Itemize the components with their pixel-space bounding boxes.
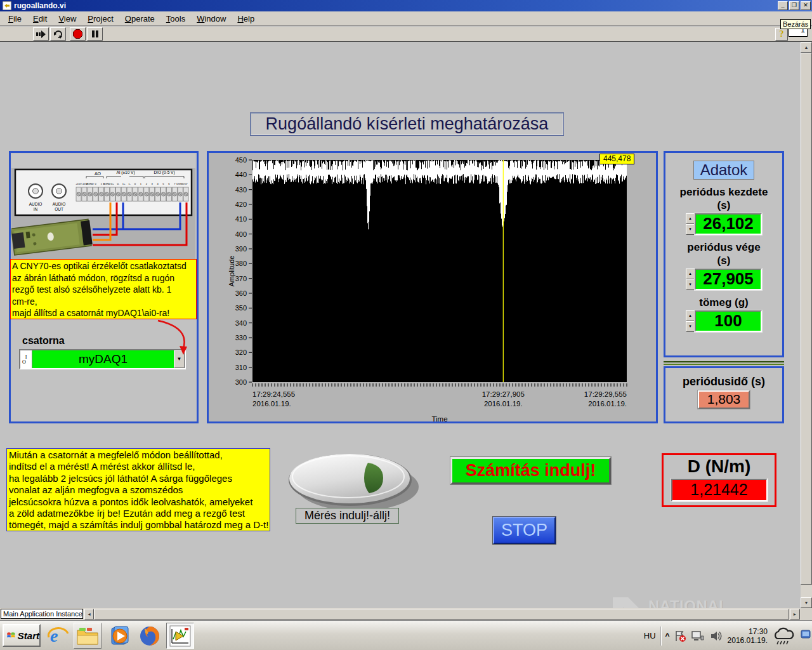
svg-text:1-: 1- [128, 182, 131, 185]
menu-bar: File Edit View Project Operate Tools Win… [0, 11, 812, 26]
scroll-right-button[interactable]: ► [790, 609, 800, 620]
svg-text:5V: 5V [185, 182, 188, 185]
taskbar-item-ie[interactable]: e [44, 623, 72, 649]
label-ao: AO [95, 171, 102, 176]
pointer-arrow [154, 319, 199, 357]
menu-help[interactable]: Help [232, 12, 260, 25]
svg-text:320: 320 [235, 348, 247, 356]
period-start-spinner[interactable]: ▲▼ [686, 213, 695, 235]
restore-button[interactable]: ❐ [789, 1, 799, 10]
svg-text:380: 380 [235, 260, 247, 267]
taskbar-item-wmp[interactable] [105, 623, 133, 649]
stop-octagon-icon [73, 29, 82, 39]
volume-icon[interactable] [709, 630, 723, 642]
weather-icon[interactable] [772, 626, 796, 646]
minimize-button[interactable]: _ [778, 1, 788, 10]
svg-text:310: 310 [235, 364, 247, 371]
svg-text:OUT: OUT [55, 207, 63, 211]
svg-text:430: 430 [235, 186, 247, 194]
svg-text:2016.01.19.: 2016.01.19. [484, 400, 523, 408]
period-end-field[interactable]: 27,905 [695, 269, 762, 290]
svg-text:17:29:29,555: 17:29:29,555 [584, 390, 627, 398]
run-button[interactable] [33, 27, 49, 41]
data-entry-panel: Adatok periódus kezdete (s) ▲▼ 26,102 pe… [664, 151, 784, 357]
app-instance-label[interactable]: Main Application Instance [1, 609, 83, 619]
title-bar[interactable]: rugoallando.vi _ ❐ ✕ [0, 0, 812, 11]
internet-explorer-icon: e [47, 625, 70, 647]
stop-button[interactable]: STOP [493, 517, 556, 544]
mass-label: tömeg (g) [665, 296, 782, 309]
taskbar-clock[interactable]: 17:30 2016.01.19. [728, 627, 768, 645]
start-button[interactable]: Start [3, 624, 41, 647]
calculate-button[interactable]: Számítás indulj! [450, 457, 611, 484]
taskbar-item-firefox[interactable] [136, 623, 164, 649]
folder-icon [76, 625, 99, 647]
label-ai: AI (±10 V) [116, 170, 134, 175]
svg-text:370: 370 [235, 275, 247, 282]
svg-text:400: 400 [235, 230, 247, 238]
show-desktop-icon[interactable] [801, 625, 811, 647]
labview-taskbar-icon [169, 625, 191, 647]
green-divider [664, 361, 784, 365]
clock-date: 2016.01.19. [728, 636, 768, 645]
language-indicator[interactable]: HU [644, 631, 656, 640]
taskbar-item-labview[interactable] [166, 623, 194, 649]
start-label: Start [18, 630, 39, 641]
svg-text:340: 340 [235, 319, 247, 327]
mass-field[interactable]: 100 [695, 310, 762, 332]
svg-text:390: 390 [235, 245, 247, 253]
context-help-button[interactable]: ? [775, 28, 788, 41]
taskbar: Start e [0, 620, 812, 650]
vscroll-thumb[interactable] [801, 53, 812, 585]
taskbar-item-explorer[interactable] [74, 623, 102, 649]
front-panel: Rugóállandó kísérleti meghatározása AUDI… [0, 42, 801, 608]
chart-canvas[interactable]: 4504404304204104003903803703603503403303… [209, 153, 656, 421]
mydaq-wiring-image: AUDIO IN AUDIO OUT +15V-15VAGND01AGND0+0… [11, 154, 195, 259]
svg-text:410: 410 [235, 215, 247, 223]
system-tray: HU ^ 17:30 2016.01.19. [644, 621, 811, 650]
menu-edit[interactable]: Edit [27, 12, 53, 25]
svg-text:DGND: DGND [176, 182, 184, 185]
close-button[interactable]: ✕ [801, 1, 811, 10]
mass-spinner[interactable]: ▲▼ [686, 310, 695, 332]
io-glyph: IO [20, 350, 32, 368]
scroll-up-button[interactable]: ▲ [801, 42, 812, 53]
menu-operate[interactable]: Operate [119, 12, 160, 25]
svg-text:450: 450 [235, 156, 247, 164]
sensor-setup-panel: AUDIO IN AUDIO OUT +15V-15VAGND01AGND0+0… [9, 151, 199, 423]
page-title: Rugóállandó kísérleti meghatározása [251, 113, 563, 135]
svg-text:0-: 0- [117, 182, 119, 185]
action-center-flag-icon[interactable] [674, 630, 686, 642]
svg-text:2016.01.19.: 2016.01.19. [588, 400, 627, 408]
measure-toggle-label: Mérés indulj!-állj! [296, 508, 399, 524]
period-start-field[interactable]: 26,102 [695, 213, 762, 235]
period-end-spinner[interactable]: ▲▼ [686, 269, 695, 290]
pause-button[interactable] [87, 27, 103, 41]
menu-tools[interactable]: Tools [160, 12, 191, 25]
hscroll-thumb[interactable] [94, 609, 789, 620]
period-end-label: periódus vége (s) [686, 241, 762, 267]
menu-project[interactable]: Project [82, 12, 119, 25]
run-continuous-button[interactable] [50, 27, 66, 41]
scroll-down-button[interactable]: ▼ [801, 597, 812, 608]
menu-window[interactable]: Window [191, 12, 232, 25]
svg-text:17:29:24,555: 17:29:24,555 [252, 390, 295, 398]
spring-constant-field: 1,21442 [671, 479, 768, 501]
svg-text:350: 350 [235, 304, 247, 312]
scroll-left-button[interactable]: ◄ [84, 609, 94, 620]
channel-label: csatorna [22, 335, 65, 347]
tray-chevron-icon[interactable]: ^ [665, 632, 669, 640]
network-icon[interactable] [691, 630, 705, 642]
abort-button[interactable] [70, 27, 86, 41]
menu-file[interactable]: File [3, 12, 27, 25]
run-arrow-icon [36, 30, 46, 39]
status-scroll-row: Main Application Instance ◄ ► [0, 608, 812, 620]
run-continuous-icon [53, 29, 63, 39]
svg-text:440: 440 [235, 171, 247, 178]
menu-view[interactable]: View [53, 12, 82, 25]
vertical-scrollbar[interactable]: ▲ ▼ [801, 42, 812, 608]
channel-value[interactable]: myDAQ1 [32, 350, 174, 368]
period-start-label: periódus kezdete (s) [679, 185, 768, 212]
waveform-chart[interactable]: 4504404304204104003903803703603503403303… [207, 151, 658, 423]
screen: { "colors": { "accent_blue": "#2a52cc", … [0, 0, 812, 650]
